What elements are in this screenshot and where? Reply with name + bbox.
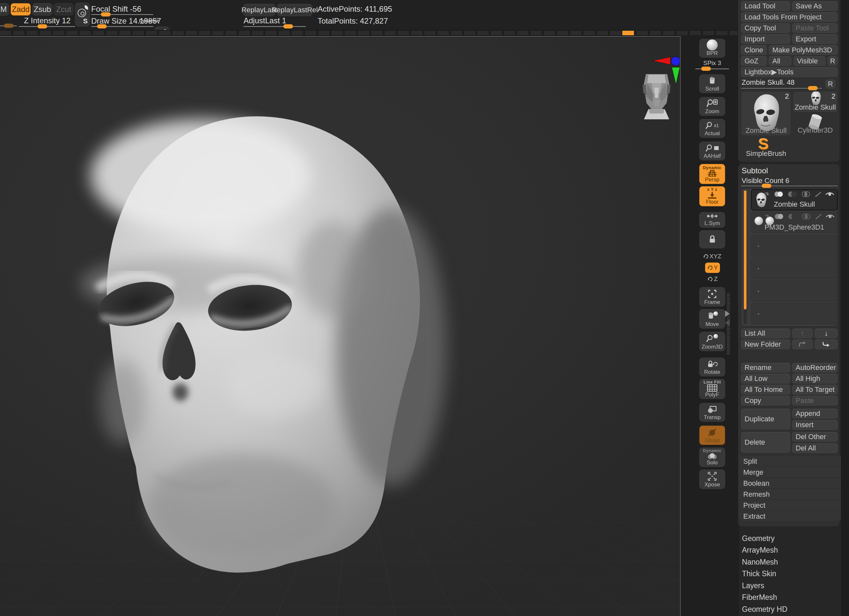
paste-tool-button[interactable]: Paste Tool <box>792 23 838 33</box>
visibility-eye-icon[interactable] <box>825 214 835 220</box>
divider-active-segment[interactable] <box>622 31 634 35</box>
palette-geometry[interactable]: Geometry <box>742 534 775 543</box>
rotate-xyz-button[interactable]: XYZ <box>699 252 725 260</box>
zsub-button[interactable]: Zsub <box>32 3 52 15</box>
subtool-scrollbar[interactable] <box>743 190 747 324</box>
zoom-button[interactable]: Zoom <box>699 97 725 116</box>
section-project[interactable]: Project <box>739 500 841 511</box>
goz-r-button[interactable]: R <box>828 56 838 66</box>
stroke-brush-button[interactable]: S <box>75 3 90 27</box>
save-as-button[interactable]: Save As <box>792 1 838 11</box>
xpose-button[interactable]: Xpose <box>699 470 725 489</box>
boolean-intersect-icon[interactable] <box>800 191 811 197</box>
lightbox-tools-button[interactable]: Lightbox▶Tools <box>741 67 838 77</box>
rotate-y-button[interactable]: Y <box>705 263 720 273</box>
tray-expand-icon[interactable] <box>725 310 730 317</box>
all-to-home-button[interactable]: All To Home <box>741 385 790 394</box>
draw-size-handle[interactable] <box>97 24 107 28</box>
make-polymesh3d-button[interactable]: Make PolyMesh3D <box>769 45 838 55</box>
transparency-button[interactable]: Transp <box>699 403 725 422</box>
export-button[interactable]: Export <box>792 34 838 44</box>
palette-fibermesh[interactable]: FiberMesh <box>742 593 777 602</box>
rename-button[interactable]: Rename <box>741 363 790 372</box>
copy-tool-button[interactable]: Copy Tool <box>741 23 790 33</box>
move-subtool-down-button[interactable]: ↓ <box>815 329 838 338</box>
subtool-row-pm3d-sphere[interactable]: PM3D_Sphere3D1 <box>751 212 838 233</box>
rgb-intensity-handle[interactable] <box>4 24 13 28</box>
del-other-button[interactable]: Del Other <box>792 432 838 442</box>
duplicate-button[interactable]: Duplicate <box>741 409 790 429</box>
insert-button[interactable]: Insert <box>792 420 838 430</box>
palette-thick-skin[interactable]: Thick Skin <box>742 570 776 578</box>
mrgb-button[interactable]: M <box>0 3 9 15</box>
goz-button[interactable]: GoZ <box>741 56 767 66</box>
zoom3d-button[interactable]: Zoom3D <box>699 332 725 351</box>
spix-handle[interactable] <box>701 67 711 71</box>
paste-subtool-button[interactable]: Paste <box>792 396 838 406</box>
goto-subtool-icon[interactable] <box>764 192 770 196</box>
palette-layers[interactable]: Layers <box>742 582 764 590</box>
move-subtool-up-button[interactable]: ↑ <box>792 329 813 338</box>
tray-divider-strip[interactable] <box>0 30 849 36</box>
subtool-row-empty[interactable] <box>751 280 838 302</box>
axis-gizmo[interactable] <box>650 54 681 87</box>
section-boolean[interactable]: Boolean <box>739 478 841 489</box>
new-folder-button[interactable]: New Folder <box>741 339 790 349</box>
subtool-row-empty[interactable] <box>751 258 838 279</box>
solo-button[interactable]: Dynamic Solo <box>699 448 725 467</box>
active-tool-handle[interactable] <box>808 86 818 90</box>
clone-button[interactable]: Clone <box>741 45 767 55</box>
local-symmetry-button[interactable]: L.Sym <box>699 212 725 228</box>
load-tools-from-project-button[interactable]: Load Tools From Project <box>741 12 838 22</box>
zcut-button[interactable]: Zcut <box>54 3 74 15</box>
import-button[interactable]: Import <box>741 34 790 44</box>
all-low-button[interactable]: All Low <box>741 374 790 384</box>
load-tool-button[interactable]: Load Tool <box>741 1 790 11</box>
visibility-eye-icon[interactable] <box>825 192 834 197</box>
boolean-union-icon[interactable] <box>773 191 784 197</box>
active-tool-r-button[interactable]: R <box>825 80 836 89</box>
goz-all-button[interactable]: All <box>769 56 791 66</box>
move-into-folder-button[interactable] <box>815 339 838 349</box>
goto-subtool-icon[interactable] <box>764 214 771 219</box>
tray-collapse-icon[interactable] <box>725 320 730 326</box>
replay-last-rel-button[interactable]: ReplayLastRel <box>277 4 313 16</box>
boolean-union-icon[interactable] <box>774 213 784 220</box>
floor-button[interactable]: x Y z Floor <box>699 186 725 206</box>
lock-camera-button[interactable] <box>699 230 725 248</box>
rotate-z-button[interactable]: Z <box>705 275 720 283</box>
boolean-subtract-icon[interactable] <box>787 191 798 197</box>
zombie-skull-model[interactable] <box>61 101 466 606</box>
palette-arraymesh[interactable]: ArrayMesh <box>742 546 778 555</box>
palette-scroll-gutter[interactable] <box>841 0 849 616</box>
frame-button[interactable]: Frame <box>699 287 725 307</box>
boolean-subtract-icon[interactable] <box>787 213 798 220</box>
replay-last-button[interactable]: ReplayLast <box>243 4 275 16</box>
move-out-folder-button[interactable] <box>792 339 813 349</box>
subtool-header[interactable]: Subtool <box>742 166 768 175</box>
scroll-button[interactable]: Scroll <box>699 74 725 93</box>
section-split[interactable]: Split <box>739 456 841 467</box>
section-remesh[interactable]: Remesh <box>739 489 841 500</box>
z-intensity-handle[interactable] <box>37 24 47 28</box>
sculpt-viewport[interactable] <box>0 36 681 616</box>
autoreorder-button[interactable]: AutoReorder <box>792 363 838 372</box>
section-extract[interactable]: Extract <box>739 511 841 522</box>
adjust-last-handle[interactable] <box>283 24 293 28</box>
tool-item-zombie-skull-large[interactable]: 2 Zombie Skull <box>741 91 791 136</box>
del-all-button[interactable]: Del All <box>792 443 838 453</box>
subtool-row-zombie-skull[interactable]: Zombie Skull <box>751 189 838 210</box>
subtool-row-empty[interactable] <box>751 303 838 324</box>
list-all-button[interactable]: List All <box>741 329 790 338</box>
zadd-button[interactable]: Zadd <box>11 3 31 15</box>
subtool-scrollbar-thumb[interactable] <box>744 190 746 309</box>
tool-item-zombie-skull-small[interactable]: 2 Zombie Skull <box>793 91 838 113</box>
ghost-button[interactable]: Ghost <box>699 426 725 445</box>
polyframe-button[interactable]: Line Fill PolyF <box>699 379 725 399</box>
subtool-row-empty[interactable] <box>751 235 838 256</box>
delete-button[interactable]: Delete <box>741 432 790 453</box>
persp-button[interactable]: Dynamic Persp <box>699 164 725 184</box>
append-button[interactable]: Append <box>792 409 838 418</box>
boolean-intersect-icon[interactable] <box>801 213 812 220</box>
polypaint-brush-icon[interactable] <box>814 191 822 197</box>
